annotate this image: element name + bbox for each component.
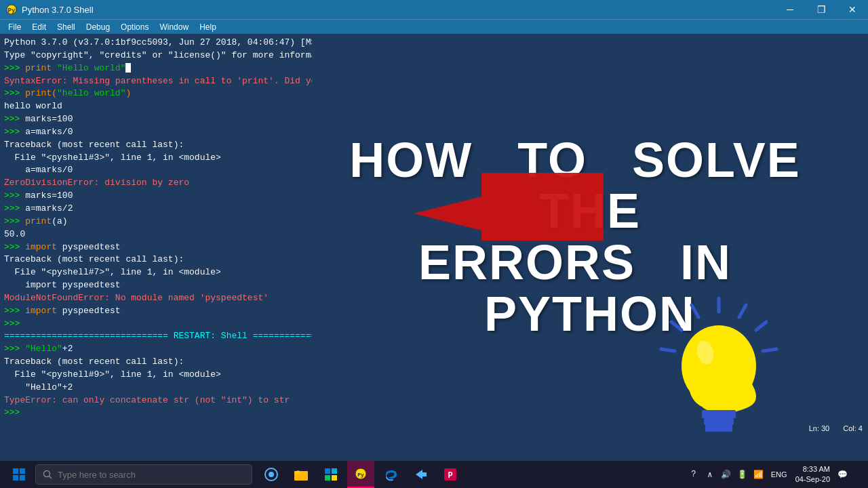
menu-bar: File Edit Shell Debug Options Window Hel… <box>0 19 868 34</box>
shell-line: a=marks/0 <box>4 164 308 177</box>
svg-rect-28 <box>325 475 330 481</box>
menu-edit[interactable]: Edit <box>26 21 52 33</box>
shell-line: >>> a=marks/2 <box>4 203 308 216</box>
maximize-button[interactable]: ❐ <box>806 0 837 19</box>
shell-line: File "<pyshell#3>", line 1, in <module> <box>4 152 308 165</box>
menu-debug[interactable]: Debug <box>81 21 115 33</box>
shell-line: >>> import pyspeedtest <box>4 305 308 318</box>
minimize-button[interactable]: ─ <box>774 0 806 19</box>
close-button[interactable]: ✕ <box>837 0 868 19</box>
taskbar-clock[interactable]: 8:33 AM 04-Sep-20 <box>795 464 830 485</box>
arrow-graphic <box>414 166 604 247</box>
shell-separator: =============================== RESTART:… <box>4 330 308 343</box>
shell-line: Traceback (most recent call last): <box>4 139 308 152</box>
shell-line: File "<pyshell#9>", line 1, in <module> <box>4 369 308 382</box>
file-explorer-icon[interactable] <box>288 461 315 488</box>
svg-rect-27 <box>332 468 337 474</box>
svg-rect-13 <box>704 418 734 425</box>
window-controls: ─ ❐ ✕ <box>774 0 868 19</box>
taskbar-pinned-icons: Py P <box>258 461 464 488</box>
shell-line: >>> <box>4 318 308 331</box>
right-panel: HOW TO SOLVE THE ERRORS IN PYTHON <box>312 34 868 461</box>
search-icon <box>43 470 52 479</box>
taskbar-search[interactable] <box>35 464 252 485</box>
shell-line: >>> print("hello world") <box>4 87 308 100</box>
lightbulb-graphic <box>651 291 787 441</box>
shell-line: Type "copyright", "credits" or "license(… <box>4 49 308 62</box>
shell-line: Python 3.7.0 (v3.7.0:1bf9cc5093, Jun 27 … <box>4 37 308 49</box>
paint-icon[interactable]: P <box>437 461 464 488</box>
svg-text:Py: Py <box>8 7 16 14</box>
taskbar-right: ? ∧ 🔊 🔋 📶 ENG 8:33 AM 04-Sep-20 💬 <box>687 461 865 488</box>
shell-line: >>> <box>4 407 308 420</box>
svg-line-10 <box>763 349 776 351</box>
clock-date: 04-Sep-20 <box>795 474 830 485</box>
svg-point-23 <box>269 472 274 477</box>
shell-output[interactable]: Python 3.7.0 (v3.7.0:1bf9cc5093, Jun 27 … <box>0 34 312 461</box>
volume-icon[interactable]: 🔊 <box>719 468 733 481</box>
svg-rect-14 <box>705 425 732 432</box>
menu-options[interactable]: Options <box>115 21 154 33</box>
svg-rect-12 <box>702 410 736 418</box>
store-icon[interactable] <box>317 461 344 488</box>
svg-marker-32 <box>416 470 427 479</box>
menu-shell[interactable]: Shell <box>52 21 81 33</box>
shell-line: >>> marks=100 <box>4 113 308 126</box>
show-desktop-button[interactable] <box>854 461 860 488</box>
shell-line: 50.0 <box>4 228 308 241</box>
shell-line: >>> "Hello"+2 <box>4 343 308 356</box>
window-title: Python 3.7.0 Shell <box>22 5 863 15</box>
svg-rect-17 <box>20 468 25 474</box>
shell-line: >>> import pyspeedtest <box>4 241 308 254</box>
title-bar: Py Python 3.7.0 Shell ─ ❐ ✕ <box>0 0 868 19</box>
status-ln: Ln: 30 <box>809 424 830 432</box>
python-taskbar-button[interactable]: Py <box>347 461 374 488</box>
status-bar: Ln: 30 Col: 4 <box>804 423 868 434</box>
language-indicator[interactable]: ENG <box>768 470 790 479</box>
svg-line-6 <box>756 322 766 330</box>
svg-line-21 <box>50 476 52 479</box>
network-icon[interactable]: 📶 <box>752 468 766 481</box>
shell-line: hello world <box>4 100 308 113</box>
clock-time: 8:33 AM <box>795 464 830 474</box>
main-area: Python 3.7.0 (v3.7.0:1bf9cc5093, Jun 27 … <box>0 34 868 461</box>
edge-icon[interactable] <box>377 461 404 488</box>
svg-rect-26 <box>325 468 330 474</box>
shell-line: Traceback (most recent call last): <box>4 253 308 266</box>
shell-line: >>> print "Hello world" <box>4 62 308 75</box>
shell-line: Traceback (most recent call last): <box>4 356 308 369</box>
start-button[interactable] <box>3 461 35 488</box>
svg-text:P: P <box>448 471 452 481</box>
shell-line: "Hello"+2 <box>4 382 308 394</box>
svg-point-20 <box>44 471 50 477</box>
notifications-icon[interactable]: 💬 <box>835 468 849 481</box>
svg-marker-3 <box>414 173 604 241</box>
shell-line: import pyspeedtest <box>4 279 308 292</box>
svg-line-8 <box>671 322 682 330</box>
status-col: Col: 4 <box>843 424 863 432</box>
shell-line: >>> a=marks/0 <box>4 126 308 139</box>
svg-rect-29 <box>332 475 337 481</box>
app-icon: Py <box>5 3 18 16</box>
shell-line: >>> marks=100 <box>4 190 308 203</box>
menu-help[interactable]: Help <box>194 21 222 33</box>
svg-line-9 <box>661 349 675 351</box>
shell-line: ZeroDivisionError: division by zero <box>4 177 308 190</box>
svg-rect-19 <box>20 475 25 481</box>
shell-line: SyntaxError: Missing parentheses in call… <box>4 75 308 88</box>
shell-line: >>> print(a) <box>4 216 308 228</box>
menu-file[interactable]: File <box>3 21 26 33</box>
menu-window[interactable]: Window <box>154 21 194 33</box>
shell-line: ModuleNotFoundError: No module named 'py… <box>4 292 308 305</box>
arrow-icon[interactable] <box>407 461 434 488</box>
search-input[interactable] <box>58 470 234 480</box>
taskbar: Py P ? ∧ 🔊 🔋 📶 ENG <box>0 461 868 488</box>
svg-line-5 <box>739 305 746 317</box>
svg-rect-18 <box>13 475 18 481</box>
system-tray: ? ∧ 🔊 🔋 📶 ENG <box>687 468 790 481</box>
help-icon[interactable]: ? <box>687 468 701 481</box>
battery-icon[interactable]: 🔋 <box>736 468 749 481</box>
cortana-icon[interactable] <box>258 461 285 488</box>
shell-line: File "<pyshell#7>", line 1, in <module> <box>4 266 308 279</box>
chevron-up-icon[interactable]: ∧ <box>703 468 717 481</box>
